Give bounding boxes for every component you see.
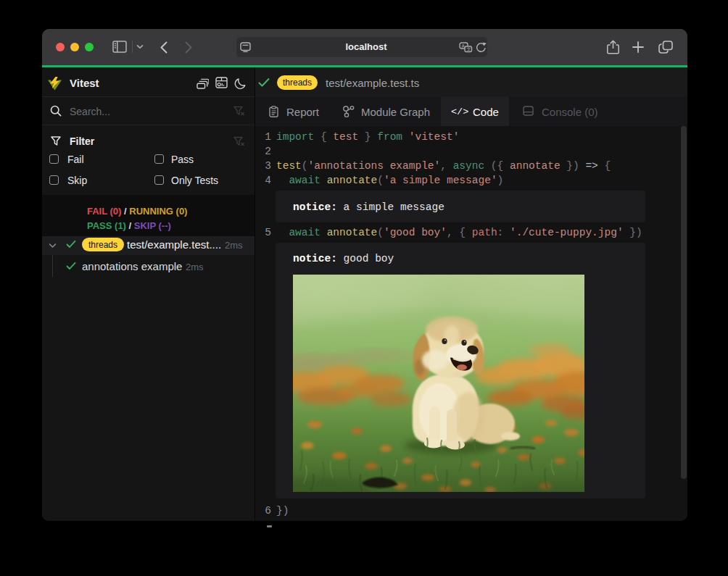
svg-text:文: 文	[466, 46, 471, 51]
